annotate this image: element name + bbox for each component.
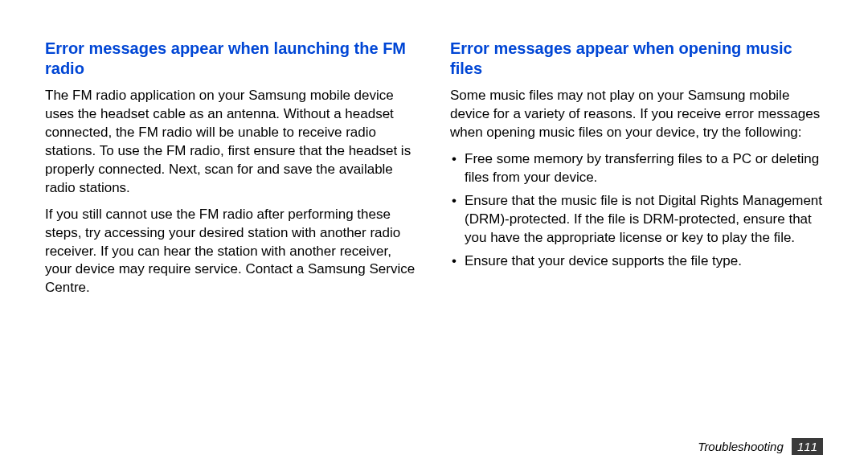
fm-radio-para-2: If you still cannot use the FM radio aft… xyxy=(45,206,418,298)
bullet-item: Free some memory by transferring files t… xyxy=(450,150,823,187)
music-files-para-1: Some music files may not play on your Sa… xyxy=(450,87,823,142)
music-files-bullets: Free some memory by transferring files t… xyxy=(450,150,823,271)
page-footer: Troubleshooting 111 xyxy=(698,438,823,455)
bullet-item: Ensure that your device supports the fil… xyxy=(450,252,823,271)
footer-section-label: Troubleshooting xyxy=(698,440,783,453)
footer-page-number: 111 xyxy=(792,438,823,455)
fm-radio-heading: Error messages appear when launching the… xyxy=(45,39,418,79)
right-column: Error messages appear when opening music… xyxy=(450,39,823,305)
page-content: Error messages appear when launching the… xyxy=(45,39,823,305)
fm-radio-para-1: The FM radio application on your Samsung… xyxy=(45,87,418,198)
left-column: Error messages appear when launching the… xyxy=(45,39,418,305)
bullet-item: Ensure that the music file is not Digita… xyxy=(450,192,823,248)
music-files-heading: Error messages appear when opening music… xyxy=(450,39,823,79)
